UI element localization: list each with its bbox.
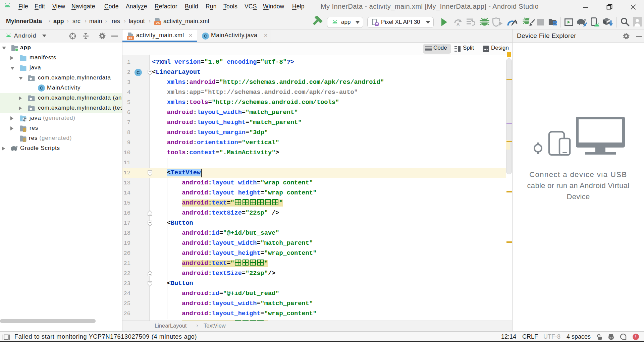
svg-text:C: C [40, 86, 43, 91]
svg-text:<>: <> [128, 37, 132, 40]
svg-text:C: C [204, 34, 207, 39]
svg-text:A: A [457, 22, 460, 26]
svg-text:C: C [137, 70, 140, 75]
svg-text:<>: <> [156, 22, 160, 25]
